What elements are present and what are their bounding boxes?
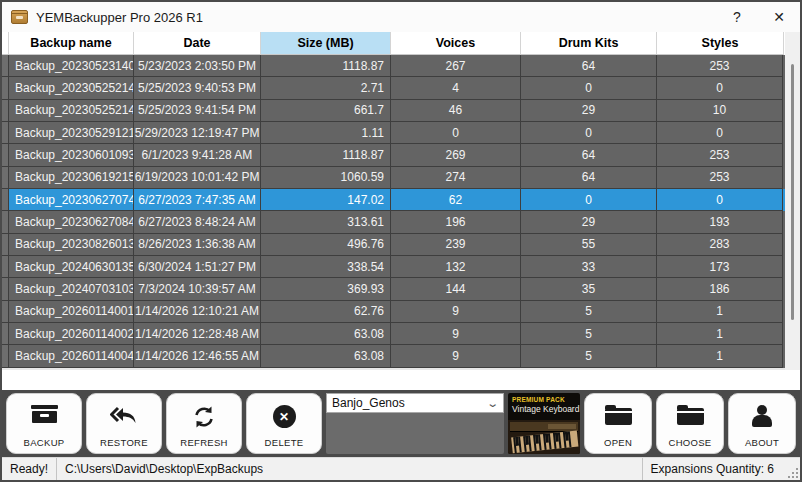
cell-voices: 144	[391, 278, 521, 300]
cell-drum-kits: 29	[521, 211, 657, 233]
cell-drum-kits: 35	[521, 278, 657, 300]
cell-voices: 267	[391, 55, 521, 77]
row-gutter	[2, 211, 9, 233]
delete-x-icon: ✕	[273, 405, 296, 428]
table-row[interactable]: Backup_20230523140... 5/23/2023 2:03:50 …	[2, 55, 785, 77]
title-bar: YEMBackupper Pro 2026 R1 ? ✕	[2, 2, 800, 32]
backup-table: Backup name Date Size (MB) Voices Drum K…	[2, 32, 800, 370]
cell-size: 369.93	[261, 278, 391, 300]
choose-button[interactable]: CHOOSE	[656, 393, 724, 454]
premium-pack-label: PREMIUM PACK	[508, 393, 580, 403]
close-button[interactable]: ✕	[758, 2, 800, 32]
chevron-down-icon: ⌄	[486, 397, 499, 410]
cell-date: 6/30/2024 1:51:27 PM	[134, 256, 261, 278]
cell-size: 63.08	[261, 345, 391, 367]
cell-styles: 0	[657, 77, 783, 99]
column-header-date[interactable]: Date	[134, 32, 261, 55]
cell-drum-kits: 55	[521, 234, 657, 256]
cell-drum-kits: 0	[521, 77, 657, 99]
premium-pack-image: PREMIUM PACK Vintage Keyboard	[508, 393, 580, 454]
cell-drum-kits: 64	[521, 144, 657, 166]
table-row[interactable]: Backup_20260114002... 1/14/2026 12:28:48…	[2, 323, 785, 345]
cell-drum-kits: 29	[521, 100, 657, 122]
table-row[interactable]: Backup_20230627084... 6/27/2023 8:48:24 …	[2, 211, 785, 233]
table-row[interactable]: Backup_20230529121... 5/29/2023 12:19:47…	[2, 122, 785, 144]
cell-styles: 1	[657, 345, 783, 367]
row-gutter	[2, 144, 9, 166]
column-header-voices[interactable]: Voices	[391, 32, 521, 55]
table-row[interactable]: Backup_20230525214... 5/25/2023 9:41:54 …	[2, 100, 785, 122]
row-gutter	[2, 77, 9, 99]
row-gutter	[2, 55, 9, 77]
cell-styles: 1	[657, 301, 783, 323]
help-button[interactable]: ?	[716, 2, 758, 32]
status-path: C:\Users\David\Desktop\ExpBackups	[57, 462, 271, 476]
about-button[interactable]: ABOUT	[728, 393, 796, 454]
status-ready: Ready!	[2, 462, 56, 476]
app-window: YEMBackupper Pro 2026 R1 ? ✕ Backup name…	[0, 0, 802, 482]
cell-backup-name: Backup_20240630135...	[9, 256, 134, 278]
cell-styles: 253	[657, 167, 783, 189]
cell-styles: 253	[657, 144, 783, 166]
cell-backup-name: Backup_20230529121...	[9, 122, 134, 144]
cell-drum-kits: 0	[521, 122, 657, 144]
backup-button-label: BACKUP	[24, 437, 65, 448]
cell-voices: 9	[391, 323, 521, 345]
cell-drum-kits: 64	[521, 55, 657, 77]
cell-backup-name: Backup_20230826013...	[9, 234, 134, 256]
delete-button[interactable]: ✕ DELETE	[246, 393, 322, 454]
table-row[interactable]: Backup_20230619215... 6/19/2023 10:01:42…	[2, 167, 785, 189]
table-row[interactable]: Backup_20260114001... 1/14/2026 12:10:21…	[2, 301, 785, 323]
table-row[interactable]: Backup_20230826013... 8/26/2023 1:36:38 …	[2, 234, 785, 256]
restore-arrows-icon	[110, 405, 138, 427]
cell-voices: 274	[391, 167, 521, 189]
row-gutter	[2, 301, 9, 323]
restore-button[interactable]: RESTORE	[86, 393, 162, 454]
cell-voices: 132	[391, 256, 521, 278]
column-header-styles[interactable]: Styles	[657, 32, 784, 55]
cell-date: 1/14/2026 12:28:48 AM	[134, 323, 261, 345]
refresh-button-label: REFRESH	[180, 437, 228, 448]
open-button[interactable]: OPEN	[584, 393, 652, 454]
backup-button[interactable]: BACKUP	[6, 393, 82, 454]
table-header-row: Backup name Date Size (MB) Voices Drum K…	[2, 32, 800, 55]
cell-voices: 46	[391, 100, 521, 122]
cell-styles: 283	[657, 234, 783, 256]
vertical-scrollbar[interactable]	[785, 32, 800, 370]
row-gutter	[2, 234, 9, 256]
scrollbar-thumb[interactable]	[791, 64, 794, 320]
cell-styles: 173	[657, 256, 783, 278]
column-header-drum-kits[interactable]: Drum Kits	[521, 32, 657, 55]
table-row[interactable]: Backup_20230525214... 5/25/2023 9:40:53 …	[2, 77, 785, 99]
cell-drum-kits: 5	[521, 345, 657, 367]
cell-voices: 9	[391, 301, 521, 323]
cell-date: 6/19/2023 10:01:42 PM	[134, 167, 261, 189]
table-row[interactable]: Backup_20240703103... 7/3/2024 10:39:57 …	[2, 278, 785, 300]
cell-size: 63.08	[261, 323, 391, 345]
window-title: YEMBackupper Pro 2026 R1	[36, 10, 203, 25]
about-button-label: ABOUT	[745, 437, 779, 448]
table-row[interactable]: Backup_20260114004... 1/14/2026 12:46:55…	[2, 345, 785, 367]
expansion-select[interactable]: Banjo_Genos ⌄	[326, 393, 504, 413]
cell-drum-kits: 5	[521, 323, 657, 345]
refresh-button[interactable]: REFRESH	[166, 393, 242, 454]
cell-backup-name: Backup_20230525214...	[9, 77, 134, 99]
status-bar: Ready! C:\Users\David\Desktop\ExpBackups…	[2, 457, 800, 480]
resize-grip[interactable]	[786, 466, 798, 478]
cell-backup-name: Backup_20230627074...	[9, 189, 134, 211]
cell-styles: 253	[657, 55, 783, 77]
cell-size: 1118.87	[261, 55, 391, 77]
table-row[interactable]: Backup_20230627074... 6/27/2023 7:47:35 …	[2, 189, 785, 211]
column-header-size[interactable]: Size (MB)	[261, 32, 391, 55]
cell-backup-name: Backup_20260114001...	[9, 301, 134, 323]
cell-size: 1118.87	[261, 144, 391, 166]
expansions-quantity: Expansions Quantity: 6	[643, 462, 782, 476]
vintage-keyboard-label: Vintage Keyboard	[508, 403, 580, 414]
row-gutter	[2, 167, 9, 189]
restore-button-label: RESTORE	[100, 437, 148, 448]
table-row[interactable]: Backup_20230601093... 6/1/2023 9:41:28 A…	[2, 144, 785, 166]
table-row[interactable]: Backup_20240630135... 6/30/2024 1:51:27 …	[2, 256, 785, 278]
column-header-backup-name[interactable]: Backup name	[9, 32, 134, 55]
row-gutter	[2, 122, 9, 144]
cell-size: 1.11	[261, 122, 391, 144]
